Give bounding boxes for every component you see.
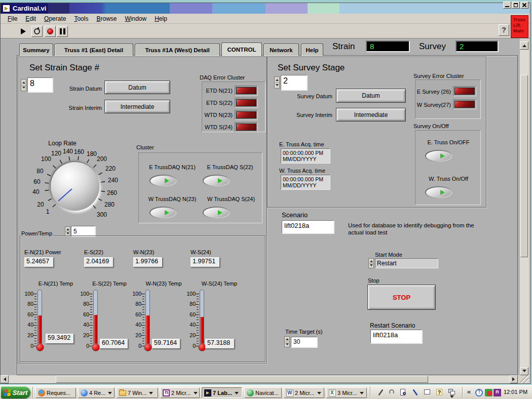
thermo-scale-label: 60 bbox=[78, 312, 89, 317]
start-button[interactable]: Start bbox=[1, 386, 30, 398]
e-trussdaq-n21-button[interactable] bbox=[149, 175, 177, 187]
e-trussdaq-s22-button[interactable] bbox=[203, 175, 230, 187]
menu-edit[interactable]: Edit bbox=[21, 14, 40, 23]
labview-app-icon bbox=[3, 5, 10, 12]
daq-error-cluster: ETD N(21) ETD S(22) WTD N(23) WTD S(24) bbox=[202, 82, 265, 132]
start-mode-label: Start Mode bbox=[375, 252, 402, 258]
strain-stage-spinner[interactable] bbox=[21, 79, 26, 91]
stylus-icon[interactable] bbox=[377, 388, 385, 396]
e-truss-onoff-button[interactable] bbox=[425, 150, 452, 162]
menu-bar: File Edit Operate Tools Browse Window He… bbox=[1, 14, 530, 24]
snipping-icon[interactable] bbox=[388, 388, 396, 396]
hscroll-thumb[interactable] bbox=[56, 376, 428, 383]
hscroll-right-button[interactable] bbox=[510, 375, 518, 383]
tab-control[interactable]: CONTROL bbox=[221, 43, 262, 56]
group-dropdown-icon[interactable] bbox=[235, 392, 239, 396]
time-target-spinner[interactable] bbox=[284, 336, 290, 347]
menu-help[interactable]: Help bbox=[150, 14, 171, 23]
menu-tools[interactable]: Tools bbox=[70, 14, 92, 23]
survey-section-title: Set Survey Stage bbox=[278, 63, 345, 73]
acq-date-value: MM/DD/YYYY bbox=[283, 182, 330, 188]
abort-button[interactable] bbox=[45, 26, 56, 37]
menu-operate[interactable]: Operate bbox=[40, 14, 70, 23]
context-help-button[interactable]: ? bbox=[499, 24, 509, 36]
tab-truss1-east[interactable]: Truss #1 (East) Detail bbox=[54, 44, 133, 56]
taskbar-button-labview[interactable]: 7 Lab... bbox=[202, 387, 242, 398]
tray-chevron-button[interactable]: « bbox=[467, 388, 471, 395]
taskbar-button-firefox[interactable]: Reques... bbox=[35, 387, 76, 398]
alert-tray-icon[interactable] bbox=[475, 389, 483, 396]
strain-interim-label: Strain Interim bbox=[45, 105, 102, 111]
menu-window[interactable]: Window bbox=[121, 14, 150, 23]
survey-led-label: W Survey(27) bbox=[416, 102, 451, 108]
taskbar-button-excel[interactable]: 3 Micr... bbox=[326, 387, 367, 398]
close-button[interactable] bbox=[520, 2, 528, 9]
strain-interim-button[interactable]: Intermediate bbox=[104, 100, 170, 113]
run-continuous-button[interactable] bbox=[31, 26, 43, 37]
taskbar-button-navicat[interactable]: Navicat... bbox=[244, 387, 282, 398]
group-dropdown-icon[interactable] bbox=[149, 392, 153, 396]
badge-line: Main bbox=[513, 28, 528, 34]
tab-summary[interactable]: Summary bbox=[19, 44, 53, 56]
survey-datum-button[interactable]: Datum bbox=[336, 89, 406, 103]
taskbar-button-windows-explorer[interactable]: 7 Win... bbox=[117, 387, 158, 398]
tab-help[interactable]: Help bbox=[301, 44, 323, 56]
group-dropdown-icon[interactable] bbox=[194, 392, 198, 396]
firefox-icon bbox=[38, 389, 45, 396]
folder-icon bbox=[119, 390, 126, 396]
menu-file[interactable]: File bbox=[4, 14, 21, 23]
minimize-button[interactable] bbox=[503, 2, 511, 9]
pen-icon[interactable] bbox=[411, 388, 420, 396]
window-switcher-icon[interactable] bbox=[448, 388, 456, 396]
time-target-label: Time Target (s) bbox=[285, 329, 322, 335]
menu-browse[interactable]: Browse bbox=[92, 14, 121, 23]
power-label: E-S(22) bbox=[84, 249, 103, 255]
help-icon[interactable]: ? bbox=[436, 388, 444, 396]
thermo-scale-label: 100 bbox=[184, 291, 196, 296]
taskbar-button-word[interactable]: 2 Micr... bbox=[284, 387, 324, 398]
run-button[interactable] bbox=[18, 26, 29, 37]
vscroll-thumb[interactable] bbox=[520, 75, 528, 257]
hscroll-left-button[interactable] bbox=[1, 375, 9, 383]
survey-stage-spinner[interactable] bbox=[274, 76, 280, 89]
start-mode-field[interactable]: Restart bbox=[375, 258, 438, 268]
taskbar-button-remote[interactable]: 4 Re... bbox=[78, 387, 115, 398]
group-dropdown-icon[interactable] bbox=[360, 392, 364, 396]
thermo-scale-label: 40 bbox=[130, 322, 141, 327]
resize-grip[interactable] bbox=[520, 375, 529, 383]
start-mode-spinner[interactable] bbox=[368, 258, 374, 268]
maximize-button[interactable] bbox=[512, 2, 520, 9]
title-bar: Cardinal.vi bbox=[1, 3, 530, 14]
vscroll-down-button[interactable] bbox=[520, 367, 528, 375]
loop-rate-input[interactable]: 5 bbox=[71, 226, 95, 236]
loop-rate-spinner[interactable] bbox=[65, 226, 70, 236]
survey-interim-label: Survey Interim bbox=[288, 112, 332, 118]
document-search-icon[interactable] bbox=[399, 388, 407, 396]
thermo-scale-label: 60 bbox=[22, 312, 33, 317]
stop-button[interactable]: STOP bbox=[367, 285, 436, 310]
group-dropdown-icon[interactable] bbox=[317, 392, 321, 396]
w-trussdaq-s24-button[interactable] bbox=[203, 207, 230, 219]
survey-interim-button[interactable]: Intermediate bbox=[336, 108, 406, 122]
thermo-scale-label: 20 bbox=[130, 333, 141, 338]
tab-network[interactable]: Network bbox=[263, 44, 299, 56]
taskbar-separator bbox=[370, 387, 371, 398]
survey-stage-input[interactable]: 2 bbox=[281, 75, 307, 90]
thermo-scale-label: 80 bbox=[22, 301, 33, 306]
scenario-note: Used for database to identify debugging … bbox=[348, 222, 489, 236]
onenote-tray-icon[interactable] bbox=[493, 389, 501, 396]
strain-datum-button[interactable]: Datum bbox=[104, 81, 170, 94]
status-tray-icon[interactable] bbox=[485, 389, 492, 396]
vscroll-up-button[interactable] bbox=[520, 42, 528, 50]
tab-truss1a-west[interactable]: Truss #1A (West) Detail bbox=[135, 44, 220, 56]
w-truss-onoff-button[interactable] bbox=[425, 186, 452, 198]
show-desktop-icon[interactable] bbox=[424, 388, 432, 396]
pause-button[interactable] bbox=[57, 26, 68, 37]
scenario-input[interactable]: lift0218a bbox=[282, 220, 334, 233]
thermo-scale-label: 100 bbox=[78, 291, 89, 296]
survey-section-box: Set Survey Stage 2 Survey Datum Datum Su… bbox=[267, 57, 486, 208]
w-trussdaq-n23-button[interactable] bbox=[149, 207, 177, 219]
group-dropdown-icon[interactable] bbox=[108, 392, 112, 396]
taskbar-button-onenote[interactable]: 2 Micr... bbox=[160, 387, 200, 398]
temp-value: 57.3188 bbox=[205, 339, 235, 349]
